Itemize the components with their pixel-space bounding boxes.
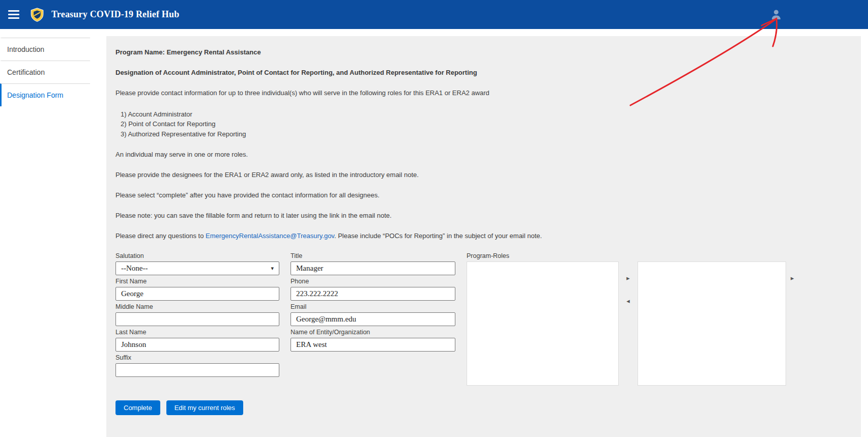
app-title: Treasury COVID-19 Relief Hub	[51, 9, 179, 20]
roles-list-item: 1) Account Administrator	[121, 109, 852, 120]
secondary-move-buttons: ▸	[786, 261, 794, 281]
complete-button[interactable]: Complete	[115, 400, 160, 415]
middle-name-input[interactable]	[115, 312, 279, 326]
form-actions: Complete Edit my current roles	[115, 400, 852, 415]
note-paragraph: Please provide the designees for the ERA…	[115, 171, 852, 180]
form-column-left: Salutation --None-- ▾ First Name Middle …	[115, 252, 279, 380]
salutation-select[interactable]: --None-- ▾	[115, 261, 279, 275]
last-name-input[interactable]	[115, 338, 279, 352]
questions-pre-text: Please direct any questions to	[115, 232, 206, 240]
program-name: Program Name: Emergency Rental Assistanc…	[115, 48, 852, 57]
salutation-label: Salutation	[115, 252, 279, 260]
note-paragraph: An individual may serve in one or more r…	[115, 151, 852, 159]
suffix-input[interactable]	[115, 363, 279, 377]
chevron-down-icon: ▾	[271, 265, 274, 272]
sidebar: Introduction Certification Designation F…	[0, 38, 90, 106]
app-header: Treasury COVID-19 Relief Hub	[0, 0, 868, 29]
first-name-input[interactable]	[115, 287, 279, 301]
entity-input[interactable]	[291, 338, 455, 352]
program-roles-picker: ▸ ◂ ▸	[467, 261, 852, 386]
sidebar-item-designation-form[interactable]: Designation Form	[0, 83, 90, 106]
program-roles-move-buttons: ▸ ◂	[619, 261, 638, 304]
main-panel: Program Name: Emergency Rental Assistanc…	[106, 36, 861, 437]
email-input[interactable]	[291, 312, 455, 326]
middle-name-label: Middle Name	[115, 303, 279, 311]
form-column-roles: Program-Roles ▸ ◂ ▸	[467, 252, 852, 388]
suffix-label: Suffix	[115, 354, 279, 362]
note-paragraph: Please note: you can save the fillable f…	[115, 212, 852, 220]
salutation-selected-value: --None--	[121, 264, 148, 273]
sidebar-item-introduction[interactable]: Introduction	[0, 38, 90, 61]
last-name-label: Last Name	[115, 329, 279, 336]
form-column-middle: Title Phone Email Name of Entity/Organiz…	[291, 252, 455, 354]
questions-paragraph: Please direct any questions to Emergency…	[115, 232, 852, 241]
move-left-icon[interactable]: ◂	[626, 298, 630, 304]
program-roles-selected-listbox[interactable]	[638, 261, 786, 386]
email-link[interactable]: EmergencyRentalAssistance@Treasury.gov	[206, 232, 334, 240]
move-right-icon[interactable]: ▸	[626, 275, 630, 281]
program-roles-label: Program-Roles	[467, 252, 852, 260]
treasury-logo-icon	[30, 7, 45, 22]
roles-list: 1) Account Administrator 2) Point of Con…	[121, 109, 852, 139]
edit-roles-button[interactable]: Edit my current roles	[166, 400, 243, 415]
title-label: Title	[291, 252, 455, 260]
phone-label: Phone	[291, 278, 455, 285]
first-name-label: First Name	[115, 278, 279, 285]
contact-form: Salutation --None-- ▾ First Name Middle …	[115, 252, 852, 388]
roles-list-item: 3) Authorized Representative for Reporti…	[121, 129, 852, 139]
entity-label: Name of Entity/Organization	[291, 329, 455, 336]
title-input[interactable]	[291, 261, 455, 275]
email-label: Email	[291, 303, 455, 311]
intro-text: Please provide contact information for u…	[115, 89, 852, 98]
roles-list-item: 2) Point of Contact for Reporting	[121, 119, 852, 129]
note-paragraph: Please select “complete” after you have …	[115, 191, 852, 200]
menu-icon[interactable]	[8, 10, 19, 19]
user-profile-icon[interactable]	[770, 8, 783, 21]
program-roles-available-listbox[interactable]	[467, 261, 619, 386]
phone-input[interactable]	[291, 287, 455, 301]
section-heading: Designation of Account Administrator, Po…	[115, 69, 852, 77]
questions-post-text: . Please include “POCs for Reporting” in…	[334, 232, 542, 240]
move-right-icon[interactable]: ▸	[791, 275, 794, 281]
sidebar-item-certification[interactable]: Certification	[0, 61, 90, 83]
